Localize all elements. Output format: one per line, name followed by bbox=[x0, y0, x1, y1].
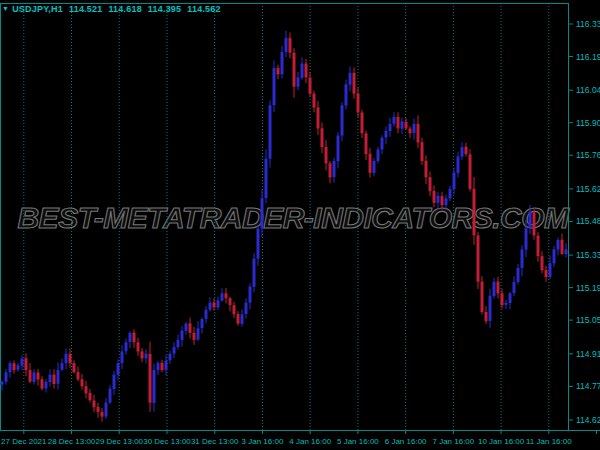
candles-layer bbox=[1, 31, 568, 422]
price-label: 114.770 bbox=[576, 381, 600, 391]
time-label: 31 Dec 13:00 bbox=[191, 437, 239, 446]
time-label: 29 Dec 13:00 bbox=[95, 437, 143, 446]
price-label: 115.195 bbox=[576, 283, 600, 293]
price-label: 114.910 bbox=[576, 349, 600, 359]
price-label: 115.055 bbox=[576, 315, 600, 325]
symbol-dropdown-icon[interactable]: ▼ bbox=[2, 5, 9, 12]
time-label: 3 Jan 16:00 bbox=[242, 437, 284, 446]
symbol-name: USDJPY,H1 bbox=[12, 4, 63, 14]
price-axis[interactable]: 116.330116.190116.045115.905115.765115.6… bbox=[568, 19, 600, 425]
price-label: 115.765 bbox=[576, 150, 600, 160]
time-label: 11 Jan 16:00 bbox=[526, 437, 572, 446]
quote-close: 114.562 bbox=[187, 4, 220, 14]
time-label: 27 Dec 2021 bbox=[1, 437, 47, 446]
time-label: 28 Dec 13:00 bbox=[48, 437, 96, 446]
price-label: 114.625 bbox=[576, 415, 600, 425]
time-axis[interactable]: 27 Dec 202128 Dec 13:0029 Dec 13:0030 De… bbox=[1, 430, 596, 446]
chart-border bbox=[0, 3, 600, 431]
quote-low: 114.395 bbox=[148, 4, 181, 14]
price-label: 116.330 bbox=[576, 19, 600, 29]
grid bbox=[24, 3, 549, 430]
price-label: 116.045 bbox=[576, 85, 600, 95]
time-label: 30 Dec 13:00 bbox=[143, 437, 191, 446]
quote-high: 114.618 bbox=[108, 4, 141, 14]
price-label: 115.905 bbox=[576, 118, 600, 128]
price-label: 115.620 bbox=[576, 184, 600, 194]
mt4-chart-window: BEST-METATRADER-INDICATORS.COM 116.33011… bbox=[0, 0, 600, 450]
time-label: 4 Jan 16:00 bbox=[289, 437, 331, 446]
time-label: 7 Jan 16:00 bbox=[432, 437, 474, 446]
chart-canvas[interactable]: 116.330116.190116.045115.905115.765115.6… bbox=[0, 0, 600, 450]
price-label: 116.190 bbox=[576, 52, 600, 62]
time-label: 6 Jan 16:00 bbox=[385, 437, 427, 446]
time-label: 10 Jan 16:00 bbox=[478, 437, 525, 446]
price-label: 115.335 bbox=[576, 250, 600, 260]
symbol-quote-bar: ▼USDJPY,H1114.521114.618114.395114.562 bbox=[2, 4, 227, 14]
quote-open: 114.521 bbox=[69, 4, 102, 14]
price-label: 115.480 bbox=[576, 216, 600, 226]
time-label: 5 Jan 16:00 bbox=[337, 437, 379, 446]
